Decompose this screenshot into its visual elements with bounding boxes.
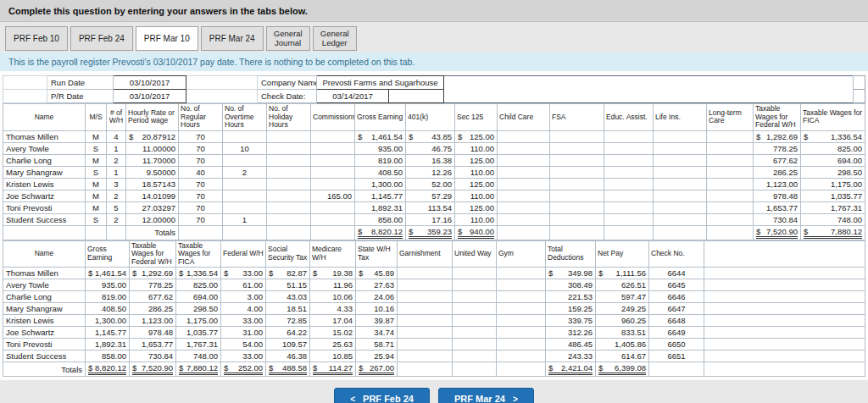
cell: 72.85 xyxy=(266,315,310,327)
column-header: M/S xyxy=(86,104,107,131)
column-header: Check No. xyxy=(649,240,704,268)
cell xyxy=(223,202,267,213)
cell: Avery Towle xyxy=(3,142,86,154)
cell xyxy=(550,166,604,178)
tab-prf-mar-24[interactable]: PRF Mar 24 xyxy=(201,26,264,51)
cell: 2 xyxy=(107,190,126,202)
cell xyxy=(311,130,355,142)
cell xyxy=(498,202,550,213)
totals-cell: $8,820.12 xyxy=(86,362,130,377)
column-header: FSA xyxy=(550,104,604,131)
table-row: Thomas Millen$1,461.54$1,292.69$1,336.54… xyxy=(3,268,865,279)
chevron-left-icon: < xyxy=(350,395,355,403)
cell: 308.49 xyxy=(546,279,596,291)
cell: 6646 xyxy=(649,291,704,303)
table-row: Charlie Long819.00677.62694.003.0043.031… xyxy=(3,291,865,303)
prev-tab-button[interactable]: < PRF Feb 24 xyxy=(334,388,430,403)
cell: 54.00 xyxy=(221,339,266,351)
cell: 61.00 xyxy=(221,279,266,291)
cell xyxy=(398,327,453,339)
totals-cell: $7,880.12 xyxy=(801,225,865,240)
tab-general-ledger[interactable]: General Ledger xyxy=(313,26,357,51)
cell xyxy=(654,213,707,225)
spacer xyxy=(704,303,865,315)
cell: 15.02 xyxy=(310,327,356,339)
tab-general-journal[interactable]: General Journal xyxy=(266,26,310,51)
cell xyxy=(497,339,546,351)
cell xyxy=(398,339,453,351)
cell: 113.54 xyxy=(406,202,455,213)
next-tab-label: PRF Mar 24 xyxy=(454,394,505,403)
cell: 125.00 xyxy=(455,154,498,166)
cell xyxy=(550,190,604,202)
cell xyxy=(497,327,546,339)
cell: 694.00 xyxy=(801,154,865,166)
cell: $19.38 xyxy=(310,268,356,279)
cell: 33.00 xyxy=(221,315,266,327)
cell: 408.50 xyxy=(355,166,406,178)
cell: 339.75 xyxy=(546,315,596,327)
cell: 221.53 xyxy=(546,291,596,303)
cell: 11.00000 xyxy=(126,142,179,154)
cell: 4.33 xyxy=(310,303,356,315)
totals-cell: $114.27 xyxy=(310,362,356,377)
cell: 778.25 xyxy=(754,142,801,154)
cell: 5 xyxy=(107,202,126,213)
totals-cell: $7,880.12 xyxy=(176,362,221,377)
cell xyxy=(267,142,311,154)
spacer xyxy=(704,291,865,303)
cell: 25.63 xyxy=(310,339,356,351)
tab-prf-mar-10[interactable]: PRF Mar 10 xyxy=(136,26,198,51)
cell xyxy=(498,142,550,154)
tab-prf-feb-10[interactable]: PRF Feb 10 xyxy=(5,26,68,51)
column-header: No. of Regular Hours xyxy=(179,104,223,131)
cell: 1,145.77 xyxy=(355,190,406,202)
cell: 125.00 xyxy=(455,178,498,190)
cell: 3 xyxy=(107,178,126,190)
spacer xyxy=(704,339,865,351)
tab-prf-feb-24[interactable]: PRF Feb 24 xyxy=(70,26,133,51)
cell: 825.00 xyxy=(176,279,221,291)
cell: M xyxy=(86,202,107,213)
cell: 70 xyxy=(179,142,223,154)
cell xyxy=(497,291,546,303)
cell: 125.00 xyxy=(455,202,498,213)
totals-cell xyxy=(311,225,355,240)
tab-bar: PRF Feb 10 PRF Feb 24 PRF Mar 10 PRF Mar… xyxy=(0,22,868,52)
totals-cell: $6,399.08 xyxy=(596,362,649,377)
cell: 1 xyxy=(223,213,267,225)
cell xyxy=(654,130,707,142)
cell: 978.48 xyxy=(130,327,176,339)
cell: 17.04 xyxy=(310,315,356,327)
cell: 1,300.00 xyxy=(355,178,406,190)
instruction-text: Complete this question by entering your … xyxy=(8,6,308,16)
totals-cell xyxy=(707,225,754,240)
check-date-value: 03/14/2017 xyxy=(317,90,389,103)
cell: Charlie Long xyxy=(3,154,86,166)
cell xyxy=(311,142,355,154)
totals-cell: $252.00 xyxy=(221,362,266,377)
cell: 1,035.77 xyxy=(801,190,865,202)
next-tab-button[interactable]: PRF Mar 24 > xyxy=(438,388,534,403)
earnings-table: NameM/S# of W/HHourly Rate or Period wag… xyxy=(3,103,865,240)
cell: $349.98 xyxy=(546,268,596,279)
cell: 1,035.77 xyxy=(176,327,221,339)
spacer xyxy=(704,268,865,279)
column-header: Gym xyxy=(497,240,546,268)
cell: 1 xyxy=(107,166,126,178)
cell: 31.00 xyxy=(221,327,266,339)
cell: 408.50 xyxy=(86,303,130,315)
cell: 2 xyxy=(107,154,126,166)
table-row: Charlie LongM211.7000070819.0016.38125.0… xyxy=(3,154,865,166)
cell xyxy=(453,268,497,279)
cell: $1,461.54 xyxy=(86,268,130,279)
totals-cell xyxy=(3,225,86,240)
cell: 1,767.31 xyxy=(176,339,221,351)
spacer xyxy=(704,351,865,362)
deductions-table: NameGross EarningTaxable Wages for Feder… xyxy=(3,240,865,378)
cell xyxy=(267,130,311,142)
cell xyxy=(707,166,754,178)
end-cell xyxy=(854,90,865,103)
cell: Joe Schwartz xyxy=(3,327,86,339)
cell xyxy=(497,315,546,327)
